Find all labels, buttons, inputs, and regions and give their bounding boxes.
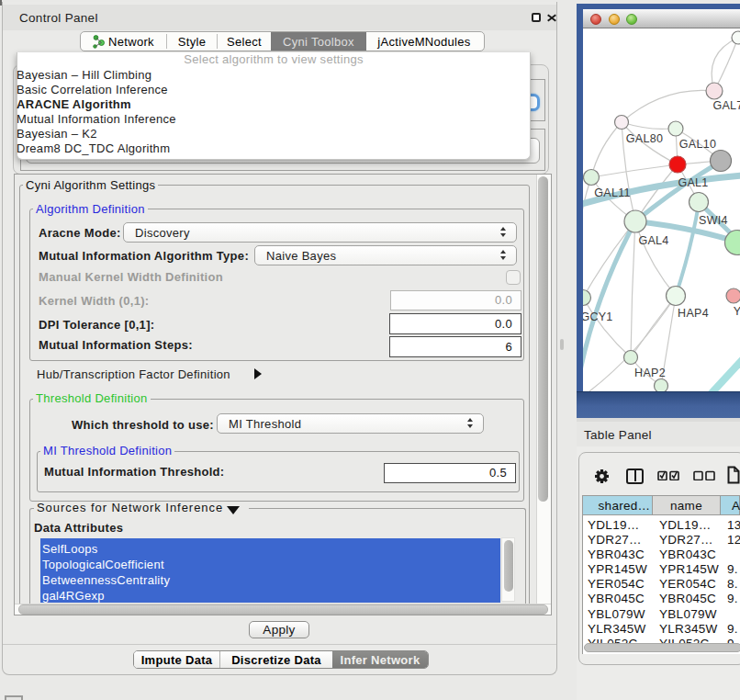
svg-text:SWI4: SWI4 xyxy=(699,214,728,227)
svg-text:GAL10: GAL10 xyxy=(679,138,716,151)
svg-text:Y: Y xyxy=(734,305,740,318)
svg-text:GCY1: GCY1 xyxy=(583,310,613,323)
svg-text:GAL80: GAL80 xyxy=(626,132,663,145)
svg-text:GAL1: GAL1 xyxy=(678,176,708,189)
svg-text:GAL4: GAL4 xyxy=(638,234,668,247)
svg-text:GAL7: GAL7 xyxy=(712,99,740,112)
svg-text:HAP2: HAP2 xyxy=(634,367,666,379)
svg-text:GAL11: GAL11 xyxy=(594,186,631,199)
svg-text:HAP4: HAP4 xyxy=(678,307,709,320)
